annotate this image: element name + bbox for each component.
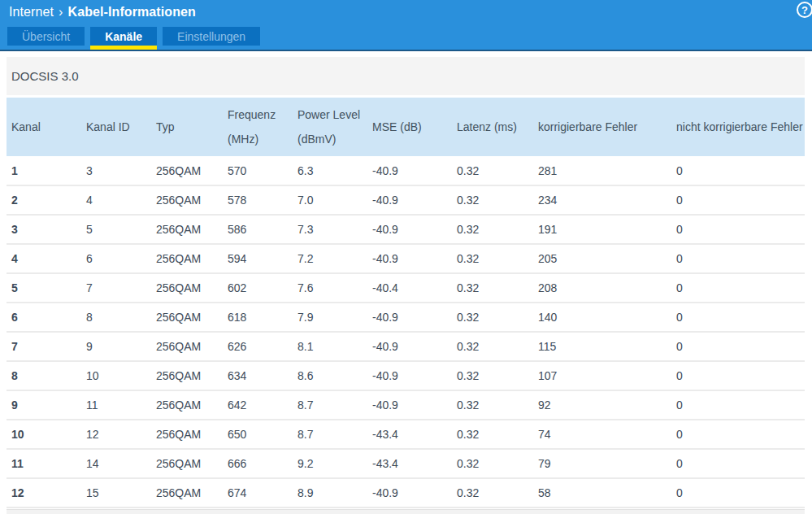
cell-typ: 256QAM [151,185,223,215]
cell-frequenz-mhz: 634 [223,361,293,390]
cell-power-level-dbmv: 8.7 [293,420,367,449]
cell-korrigierbare-fehler: 281 [533,156,671,185]
cell-latenz-ms: 0.32 [452,449,533,478]
table-row: 57256QAM6027.6-40.40.322080 [7,273,805,303]
column-header-nicht-korrigierbare-fehler: nicht korrigierbare Fehler [671,98,805,156]
help-icon[interactable]: ? [797,2,812,18]
cell-mse-db: -40.9 [367,478,452,507]
cell-power-level-dbmv: 8.6 [293,361,367,390]
cell-frequenz-mhz: 618 [223,303,293,332]
cell-nicht-korrigierbare-fehler: 0 [671,478,805,507]
cell-kanal: 1 [7,156,81,185]
cell-typ: 256QAM [151,361,223,390]
tab-kanaele[interactable]: Kanäle [90,27,157,46]
cell-power-level-dbmv: 7.9 [293,303,367,332]
cell-typ: 256QAM [151,244,223,273]
tab-bar: Übersicht Kanäle Einstellungen [7,27,260,50]
breadcrumb-section: Internet [9,5,54,19]
cell-frequenz-mhz: 602 [223,273,293,303]
content-panel: DOCSIS 3.0 Kanal Kanal ID Typ [7,57,805,508]
table-row: 24256QAM5787.0-40.90.322340 [7,185,805,215]
cell-mse-db: -40.9 [367,185,452,215]
cell-nicht-korrigierbare-fehler: 0 [671,449,805,478]
cell-korrigierbare-fehler: 74 [533,420,671,449]
cell-nicht-korrigierbare-fehler: 0 [671,390,805,420]
table-row: 810256QAM6348.6-40.90.321070 [7,361,805,390]
cell-power-level-dbmv: 6.3 [293,156,367,185]
cell-kanal: 4 [7,244,81,273]
channel-table: Kanal Kanal ID Typ Frequenz (MHz) Power … [7,98,805,508]
table-row: 1012256QAM6508.7-43.40.32740 [7,420,805,449]
cell-korrigierbare-fehler: 191 [533,215,671,244]
cell-nicht-korrigierbare-fehler: 0 [671,156,805,185]
cell-kanal: 12 [7,478,81,507]
cell-mse-db: -43.4 [367,420,452,449]
cell-mse-db: -40.9 [367,390,452,420]
cell-typ: 256QAM [151,449,223,478]
column-header-kanal: Kanal [7,98,81,156]
cell-nicht-korrigierbare-fehler: 0 [671,361,805,390]
cell-kanal: 9 [7,390,81,420]
cell-kanal-id: 14 [81,449,151,478]
cell-latenz-ms: 0.32 [452,185,533,215]
cell-kanal: 8 [7,361,81,390]
table-row: 13256QAM5706.3-40.90.322810 [7,156,805,185]
cell-korrigierbare-fehler: 234 [533,185,671,215]
app-header: Internet›Kabel-Informationen ? Übersicht… [0,0,812,51]
cell-latenz-ms: 0.32 [452,332,533,361]
cell-power-level-dbmv: 7.6 [293,273,367,303]
cell-nicht-korrigierbare-fehler: 0 [671,420,805,449]
breadcrumb-page: Kabel-Informationen [68,5,196,19]
cell-mse-db: -43.4 [367,449,452,478]
tab-einstellungen[interactable]: Einstellungen [163,27,260,46]
cell-latenz-ms: 0.32 [452,244,533,273]
cell-kanal: 7 [7,332,81,361]
cell-kanal-id: 4 [81,185,151,215]
table-row: 46256QAM5947.2-40.90.322050 [7,244,805,273]
cell-frequenz-mhz: 626 [223,332,293,361]
cell-korrigierbare-fehler: 208 [533,273,671,303]
column-header-latenz: Latenz (ms) [452,98,533,156]
cell-kanal-id: 5 [81,215,151,244]
breadcrumb: Internet›Kabel-Informationen [9,5,196,20]
cell-kanal: 10 [7,420,81,449]
tab-uebersicht[interactable]: Übersicht [7,27,85,46]
cell-typ: 256QAM [151,303,223,332]
cell-power-level-dbmv: 7.2 [293,244,367,273]
cell-typ: 256QAM [151,273,223,303]
column-header-korrigierbare-fehler: korrigierbare Fehler [533,98,671,156]
column-header-typ: Typ [151,98,223,156]
cell-frequenz-mhz: 578 [223,185,293,215]
cell-korrigierbare-fehler: 115 [533,332,671,361]
cell-typ: 256QAM [151,390,223,420]
cell-kanal: 5 [7,273,81,303]
cell-kanal: 11 [7,449,81,478]
cell-nicht-korrigierbare-fehler: 0 [671,244,805,273]
cell-latenz-ms: 0.32 [452,390,533,420]
cell-nicht-korrigierbare-fehler: 0 [671,273,805,303]
cell-latenz-ms: 0.32 [452,361,533,390]
cell-kanal-id: 12 [81,420,151,449]
cell-kanal-id: 10 [81,361,151,390]
cell-frequenz-mhz: 674 [223,478,293,507]
cell-nicht-korrigierbare-fehler: 0 [671,303,805,332]
cell-frequenz-mhz: 586 [223,215,293,244]
column-header-power-level: Power Level (dBmV) [293,98,367,156]
cell-kanal: 3 [7,215,81,244]
cell-latenz-ms: 0.32 [452,420,533,449]
next-section-edge [7,509,805,514]
cell-mse-db: -40.9 [367,303,452,332]
cell-kanal-id: 15 [81,478,151,507]
cell-mse-db: -40.9 [367,332,452,361]
column-header-kanal-id: Kanal ID [81,98,151,156]
cell-frequenz-mhz: 594 [223,244,293,273]
cell-frequenz-mhz: 570 [223,156,293,185]
cell-korrigierbare-fehler: 79 [533,449,671,478]
column-header-frequenz: Frequenz (MHz) [223,98,293,156]
column-header-mse: MSE (dB) [367,98,452,156]
cell-power-level-dbmv: 8.7 [293,390,367,420]
cell-frequenz-mhz: 666 [223,449,293,478]
table-row: 35256QAM5867.3-40.90.321910 [7,215,805,244]
cell-power-level-dbmv: 7.3 [293,215,367,244]
cell-typ: 256QAM [151,156,223,185]
